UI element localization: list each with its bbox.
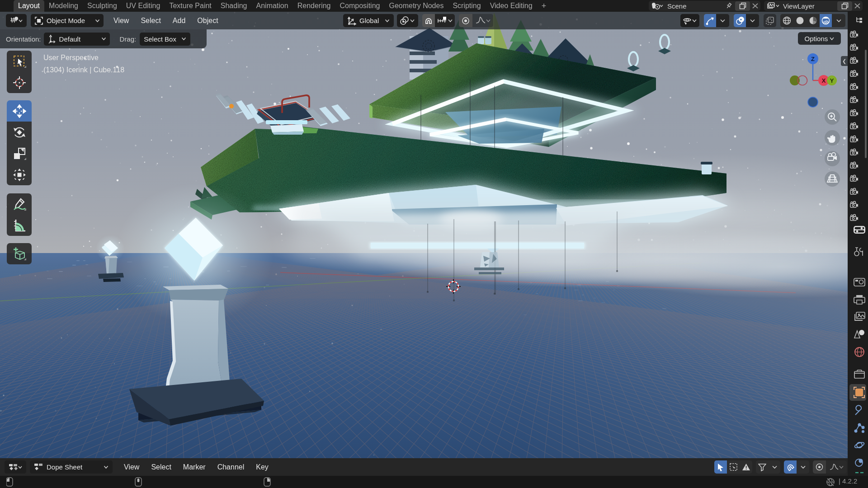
svg-text:(1304) Icerink | Cube.118: (1304) Icerink | Cube.118 [43, 66, 124, 74]
svg-text:Y: Y [830, 77, 834, 84]
svg-text:Z: Z [811, 56, 815, 62]
svg-text:X: X [822, 77, 826, 84]
svg-text:User Perspective: User Perspective [43, 54, 99, 61]
